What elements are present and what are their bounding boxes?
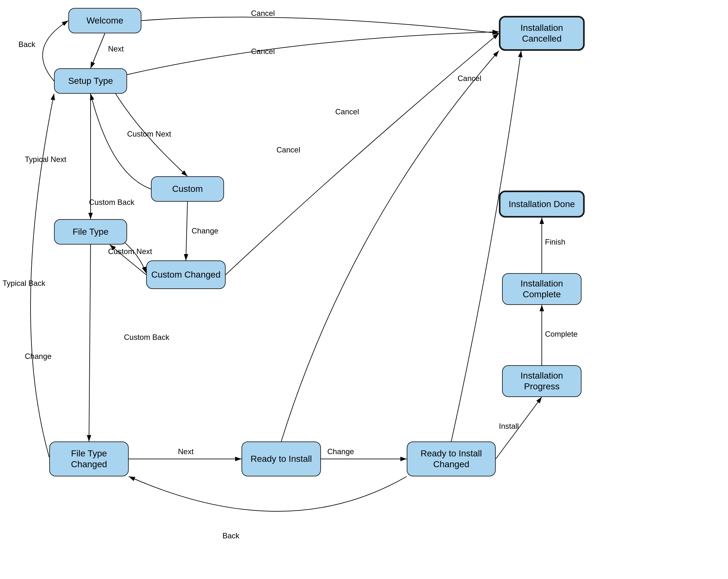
label-custom-next: Custom Next bbox=[127, 130, 171, 138]
edge-setup-cancelled bbox=[127, 32, 499, 75]
label-next-welcome-setup: Next bbox=[108, 45, 124, 53]
label-custom-back-2: Custom Back bbox=[124, 333, 170, 341]
label-next-ftc-rti: Next bbox=[178, 447, 194, 456]
edge-filetype-filetypechanged bbox=[89, 245, 90, 441]
label-typical-back: Typical Back bbox=[3, 279, 46, 287]
node-installation-cancelled: Installation Cancelled bbox=[499, 16, 585, 51]
edge-welcome-cancelled bbox=[141, 17, 499, 33]
label-custom-back-setup: Custom Back bbox=[89, 198, 135, 206]
label-custom-next-2: Custom Next bbox=[108, 247, 152, 256]
edge-readyinstall-cancelled bbox=[281, 51, 499, 441]
label-back-rtic-ftc: Back bbox=[223, 531, 240, 540]
node-installation-done: Installation Done bbox=[499, 191, 585, 218]
label-change-rti: Change bbox=[327, 447, 354, 456]
label-cancel-rtic: Cancel bbox=[458, 74, 482, 83]
label-cancel-rti: Cancel bbox=[335, 107, 359, 116]
label-back-setup-welcome: Back bbox=[19, 40, 35, 49]
label-finish: Finish bbox=[545, 238, 565, 246]
diagram-container: Next Back Custom Next Custom Back Change… bbox=[0, 0, 728, 579]
node-installation-complete: Installation Complete bbox=[502, 273, 581, 305]
node-ready-to-install-changed: Ready to Install Changed bbox=[407, 441, 496, 476]
node-installation-progress: Installation Progress bbox=[502, 365, 581, 397]
label-cancel-welcome: Cancel bbox=[251, 9, 275, 18]
node-welcome: Welcome bbox=[68, 8, 141, 33]
edge-filetypechanged-setup-back bbox=[30, 94, 54, 457]
label-typical-next: Typical Next bbox=[25, 155, 67, 164]
label-cancel-customchanged: Cancel bbox=[277, 145, 300, 154]
node-custom-changed: Custom Changed bbox=[146, 260, 226, 289]
edge-custom-setup-back bbox=[90, 94, 151, 189]
edge-welcome-setup bbox=[90, 33, 105, 68]
node-custom: Custom bbox=[151, 176, 224, 202]
label-change-custom: Change bbox=[191, 226, 218, 235]
edge-setup-custom bbox=[108, 81, 187, 176]
edge-custom-customchanged bbox=[186, 202, 187, 260]
label-install: Install bbox=[499, 422, 519, 430]
edge-readyinstallchanged-filetypechanged-back bbox=[129, 476, 407, 512]
label-complete: Complete bbox=[545, 330, 578, 338]
node-setup-type: Setup Type bbox=[54, 68, 127, 94]
edge-customchanged-cancelled bbox=[226, 33, 499, 275]
node-file-type: File Type bbox=[54, 219, 127, 245]
node-ready-to-install: Ready to Install bbox=[241, 441, 321, 476]
node-file-type-changed: File Type Changed bbox=[49, 441, 129, 476]
label-cancel-setup: Cancel bbox=[251, 47, 275, 56]
label-change-filetype: Change bbox=[25, 352, 51, 360]
